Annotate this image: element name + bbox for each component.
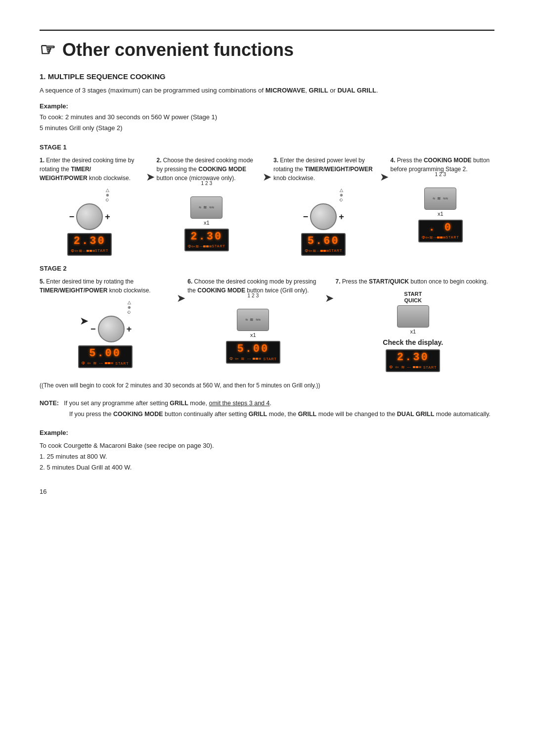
arrow-5-6: ➤ (175, 277, 187, 305)
section-title: 1. MULTIPLE SEQUENCE COOKING (40, 72, 494, 81)
step4-text: 4. Press the COOKING MODE button before … (391, 156, 491, 174)
lcd-phi-5: Φ (82, 361, 85, 366)
lcd-bottom-1: Φ ⇦ ≋ ··· START (71, 248, 108, 253)
knob-widget-3: △ ⊕ ⏲ − + (304, 188, 343, 230)
mode-dot-4a: 1 (435, 172, 438, 177)
lcd-bar-4b (440, 236, 443, 238)
lcd-icon-phi-4: Φ (422, 235, 425, 240)
example-label: Example: (40, 102, 494, 110)
step7-text: 7. Press the START/QUICK button once to … (336, 277, 489, 286)
mode-icons-2: ≈ ≋ ≈≈ (199, 205, 214, 210)
step7-diagram: START QUICK x1 Check the display. 2.30 Φ… (336, 291, 490, 372)
knob-circle-5 (98, 316, 125, 342)
step5-diagram: ➤ △ ⊕ ⏲ − + (40, 300, 171, 368)
lcd-start-4: START (445, 236, 459, 239)
mode-button-6[interactable]: ≈ ≋ ≈≈ (237, 309, 269, 331)
example2-item2: 2. 5 minutes Dual Grill at 400 W. (40, 462, 494, 473)
start-label: START (404, 291, 422, 297)
step5-block: 5. Enter desired time by rotating the TI… (40, 277, 175, 368)
wave-icon-2c: ≈≈ (209, 205, 214, 210)
lcd-icon-phi-3: Φ (305, 248, 308, 253)
lcd-digits-3: 5.60 (305, 236, 342, 247)
knob-plus-1: + (105, 212, 110, 221)
knob-circle-3 (310, 203, 337, 230)
lcd-start-1: START (95, 249, 108, 252)
knob-widget-1: △ ⊕ ⏲ − + (70, 188, 109, 230)
lcd-icon-arrow-4: ⇦ (425, 235, 429, 240)
stage1-steps: 1. Enter the desired cooking time by rot… (40, 156, 494, 256)
plus-icon-1: ⊕ (106, 193, 109, 197)
intro-text: A sequence of 3 stages (maximum) can be … (40, 86, 494, 95)
lcd-digits-2: 2.30 (188, 231, 225, 243)
triangle-icon-3: △ (340, 188, 343, 192)
step2-text: 2. Choose the desired cooking mode by pr… (157, 156, 257, 183)
knob-timer-icon-1: ⏲ (70, 198, 109, 202)
lcd-start-2: START (212, 244, 225, 248)
button-panel-6: 1 2 3 ≈ ≋ ≈≈ x1 (237, 300, 269, 338)
plus-icon-5: ⊕ (128, 305, 131, 310)
arrow-1: ➤ (144, 156, 157, 184)
mode-button-2[interactable]: ≈ ≋ ≈≈ (190, 196, 222, 219)
stage2-steps: 5. Enter desired time by rotating the TI… (40, 277, 494, 372)
lcd-6: 5.00 Φ ⇦ ≋ ··· START (226, 341, 280, 364)
step4-diagram: 1 2 3 ≈ ≋ ≈≈ x1 . 0 Φ ⇦ (391, 179, 491, 242)
wave-icon-2a: ≈ (199, 205, 201, 210)
lcd-digits-5: 5.00 (82, 348, 129, 360)
triangle-icon-5: △ (128, 300, 131, 305)
step6-diagram: 1 2 3 ≈ ≋ ≈≈ x1 5.00 Φ ⇦ ≋ (187, 300, 318, 364)
lcd-icon-arrow-1: ⇦ (75, 248, 79, 253)
step3-diagram: △ ⊕ ⏲ − + 5.60 Φ ⇦ (273, 188, 374, 256)
mode-dot-2: 2 (205, 181, 208, 186)
lcd-7: 2.30 Φ ⇦ ≋ ··· START (386, 349, 440, 372)
page-number: 16 (40, 488, 494, 495)
lcd-arrow-5: ⇦ (87, 361, 91, 366)
example2-block: Example: To cook Courgette & Macaroni Ba… (40, 427, 494, 473)
wave-icon-2b: ≋ (203, 205, 207, 210)
lcd-wave-5: ≋ (93, 361, 97, 366)
step2-diagram: 1 2 3 ≈ ≋ ≈≈ x1 2.30 Φ ⇦ (157, 188, 257, 251)
plus-icon-3: ⊕ (340, 193, 343, 197)
step4-block: 4. Press the COOKING MODE button before … (391, 156, 495, 242)
quick-label: QUICK (404, 297, 422, 303)
lcd-bar-4a (437, 236, 440, 238)
mode-dot-4b: 2 (439, 172, 442, 177)
mode-button-4[interactable]: ≈ ≋ ≈≈ (424, 188, 456, 210)
start-quick-button[interactable] (397, 305, 429, 328)
lcd-bar-3b (323, 250, 326, 252)
step3-block: 3. Enter the desired power level by rota… (273, 156, 378, 256)
mode-dot-1: 1 (201, 181, 204, 186)
lcd-start-3: START (329, 249, 342, 252)
step3-text: 3. Enter the desired power level by rota… (273, 156, 374, 183)
check-display-label: Check the display. (383, 338, 443, 346)
knob-circle-1 (76, 203, 103, 230)
lcd-digits-1: 2.30 (71, 236, 108, 247)
note-block: NOTE: If you set any programme after set… (40, 398, 494, 420)
arrow-left-5: ➤ (80, 315, 89, 328)
step1-diagram: △ ⊕ ⏲ − + 2.30 Φ ⇦ (40, 188, 140, 256)
example2-label: Example: (40, 427, 494, 438)
arrow-2: ➤ (261, 156, 273, 184)
lcd-5: 5.00 Φ ⇦ ≋ ··· START (78, 345, 133, 368)
lcd-icon-arrow-3: ⇦ (309, 248, 312, 253)
timer-icon-1: ⏲ (105, 198, 109, 202)
button-panel-2: 1 2 3 ≈ ≋ ≈≈ x1 (190, 188, 222, 226)
start-section: START QUICK x1 (397, 291, 429, 334)
lcd-bottom-2: Φ ⇦ ≋ ··· START (188, 244, 225, 249)
lcd-bar-1b (89, 250, 92, 252)
lcd-icon-dots-4: ··· (434, 235, 438, 240)
step6-text: 6. Choose the desired cooking mode by pr… (187, 277, 318, 295)
lcd-icon-phi-2: Φ (188, 244, 191, 249)
knob-middle-1: − + (69, 203, 110, 230)
lcd-icon-dots-1: ··· (83, 248, 87, 253)
page-title: ☞ Other convenient functions (40, 30, 494, 60)
step6-block: 6. Choose the desired cooking mode by pr… (187, 277, 322, 364)
x1-label-4: x1 (438, 211, 444, 217)
lcd-3: 5.60 Φ ⇦ ≋ ··· START (301, 233, 346, 256)
knob-plus-3: + (339, 212, 344, 221)
step2-block: 2. Choose the desired cooking mode by pr… (157, 156, 261, 251)
lcd-4: . 0 Φ ⇦ ≋ ··· START (418, 220, 463, 242)
title-text: Other convenient functions (62, 40, 294, 60)
arrow-6-7: ➤ (323, 277, 336, 305)
footer-note: ((The oven will begin to cook for 2 minu… (40, 381, 494, 390)
stage2-label: STAGE 2 (40, 265, 494, 272)
